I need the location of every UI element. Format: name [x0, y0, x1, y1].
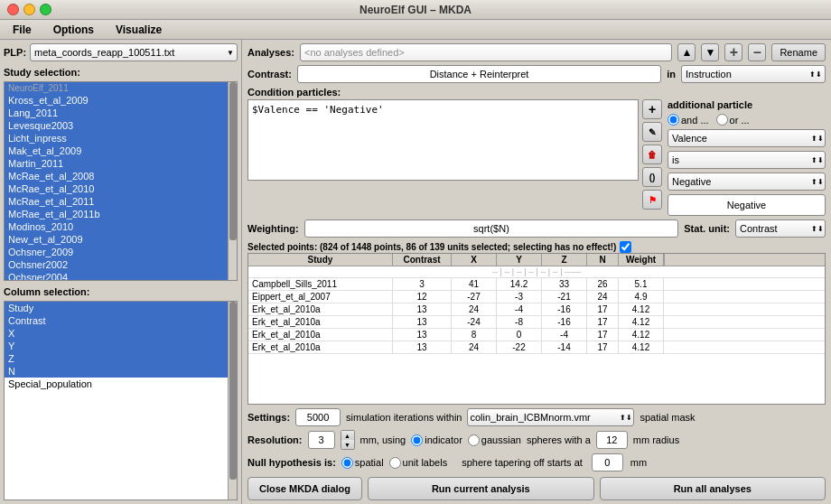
window-controls[interactable] — [7, 4, 51, 15]
remove-analysis-button[interactable]: – — [748, 43, 766, 61]
res-down-button[interactable]: ▼ — [341, 440, 354, 449]
list-item[interactable]: Study — [5, 302, 228, 314]
analyses-field[interactable] — [300, 43, 672, 61]
res-up-button[interactable]: ▲ — [341, 431, 354, 440]
bottom-buttons: Close MKDA dialog Run current analysis R… — [247, 477, 826, 500]
resolution-stepper[interactable]: ▲ ▼ — [341, 430, 355, 450]
maximize-button[interactable] — [40, 4, 51, 15]
menu-options[interactable]: Options — [48, 22, 99, 38]
rename-button[interactable]: Rename — [771, 43, 826, 61]
list-item[interactable]: Modinos_2010 — [5, 220, 228, 233]
table-row[interactable]: Eippert_et_al_2007 12 -27 -3 -21 24 4.9 — [248, 291, 825, 303]
close-dialog-button[interactable]: Close MKDA dialog — [247, 477, 362, 500]
list-item[interactable]: Ochsner2002 — [5, 258, 228, 271]
gaussian-radio[interactable] — [468, 434, 480, 446]
list-item[interactable]: Kross_et_al_2009 — [5, 94, 228, 107]
run-current-button[interactable]: Run current analysis — [368, 477, 593, 500]
spatial-radio[interactable] — [341, 457, 353, 469]
study-scrollbar-thumb[interactable] — [229, 82, 237, 240]
minimize-button[interactable] — [23, 4, 35, 15]
settings-input[interactable] — [295, 408, 341, 426]
data-table: Study Contrast X Y Z N Weight -- | -- | … — [247, 253, 826, 405]
analyses-row: Analyses: ▲ ▼ + – Rename — [247, 43, 826, 61]
list-item[interactable]: Z — [5, 352, 228, 365]
resolution-input[interactable] — [308, 431, 335, 449]
menu-file[interactable]: File — [7, 22, 37, 38]
list-item[interactable]: Mak_et_al_2009 — [5, 145, 228, 157]
table-scrollbar[interactable] — [664, 254, 673, 266]
valence-select[interactable]: Valence — [668, 129, 826, 147]
list-item[interactable]: X — [5, 327, 228, 340]
list-item[interactable]: McRae_et_al_2011b — [5, 208, 228, 220]
mm-radius-label: mm radius — [633, 434, 679, 445]
list-item[interactable]: Levesque2003 — [5, 119, 228, 132]
condition-textarea[interactable]: $Valence == 'Negative' — [247, 99, 639, 181]
delete-condition-button[interactable]: 🗑 — [642, 145, 662, 164]
table-body[interactable]: Campbell_Sills_2011 3 41 14.2 33 26 5.1 … — [248, 278, 825, 405]
list-item[interactable]: Y — [5, 340, 228, 352]
list-item[interactable]: Contrast — [5, 314, 228, 327]
additional-particle-panel: additional particle and ... or ... Valen… — [668, 99, 826, 216]
or-radio[interactable] — [716, 114, 728, 126]
or-radio-label[interactable]: or ... — [716, 114, 750, 126]
study-list-scrollbar[interactable] — [228, 82, 237, 280]
indicator-radio[interactable] — [411, 434, 423, 446]
radius-input[interactable] — [596, 431, 628, 449]
indicator-radio-label[interactable]: indicator — [411, 434, 462, 446]
analyses-up-icon[interactable]: ▲ — [677, 43, 696, 61]
list-item[interactable]: Lang_2011 — [5, 107, 228, 119]
spatial-radio-label[interactable]: spatial — [341, 457, 384, 469]
list-item[interactable]: N — [5, 365, 228, 378]
contrast-field[interactable] — [297, 65, 661, 83]
condition-section: Condition particles: $Valence == 'Negati… — [247, 87, 826, 216]
unit-labels-radio[interactable] — [389, 457, 401, 469]
table-row[interactable]: Erk_et_al_2010a 13 24 -22 -14 17 4.12 — [248, 341, 825, 354]
column-scrollbar[interactable] — [228, 302, 237, 499]
table-row[interactable]: Campbell_Sills_2011 3 41 14.2 33 26 5.1 — [248, 278, 825, 291]
instruction-select[interactable]: Instruction — [681, 65, 826, 83]
edit-condition-button[interactable]: ✎ — [642, 122, 662, 142]
vmr-select[interactable]: colin_brain_ICBMnorm.vmr — [467, 408, 634, 426]
column-list[interactable]: Study Contrast X Y Z N Special_populatio… — [5, 302, 228, 499]
table-row[interactable]: Erk_et_al_2010a 13 -24 -8 -16 17 4.12 — [248, 316, 825, 329]
gaussian-radio-label[interactable]: gaussian — [468, 434, 521, 446]
add-condition-button[interactable]: + — [642, 99, 662, 119]
list-item[interactable]: Martin_2011 — [5, 157, 228, 170]
negative-select[interactable]: Negative — [668, 173, 826, 191]
settings-text: simulation iterations within — [346, 412, 462, 423]
analyses-down-icon[interactable]: ▼ — [701, 43, 719, 61]
radio-row: and ... or ... — [668, 114, 826, 126]
list-item[interactable]: Special_population — [5, 378, 228, 390]
menubar: File Options Visualize — [0, 20, 831, 40]
list-item[interactable]: McRae_et_al_2010 — [5, 182, 228, 195]
and-radio[interactable] — [668, 114, 679, 126]
condition-buttons: + ✎ 🗑 () ⚑ — [642, 99, 662, 210]
flag-condition-button[interactable]: ⚑ — [642, 190, 662, 210]
weighting-field[interactable] — [304, 219, 679, 238]
study-list[interactable]: NeuroElf_2011 Kross_et_al_2009 Lang_2011… — [5, 82, 228, 280]
plp-select[interactable]: meta_coords_reapp_100511.txt — [30, 43, 238, 61]
unit-labels-radio-label[interactable]: unit labels — [389, 457, 448, 469]
is-select[interactable]: is — [668, 151, 826, 169]
list-item[interactable]: New_et_al_2009 — [5, 233, 228, 246]
list-item[interactable]: McRae_et_al_2011 — [5, 195, 228, 208]
selected-points-checkbox[interactable] — [620, 241, 631, 253]
list-item[interactable]: NeuroElf_2011 — [5, 82, 228, 94]
list-item[interactable]: McRae_et_al_2008 — [5, 170, 228, 182]
menu-visualize[interactable]: Visualize — [110, 22, 167, 38]
run-all-button[interactable]: Run all analyses — [600, 477, 826, 500]
table-row[interactable]: Erk_et_al_2010a 13 24 -4 -16 17 4.12 — [248, 303, 825, 316]
list-item[interactable]: Licht_inpress — [5, 132, 228, 145]
bracket-condition-button[interactable]: () — [642, 167, 662, 187]
selected-points-header: Selected points: (824 of 1448 points, 86… — [247, 241, 826, 253]
window-title: NeuroElf GUI – MKDA — [359, 4, 472, 16]
close-window-button[interactable] — [7, 4, 19, 15]
and-radio-label[interactable]: and ... — [668, 114, 709, 126]
taper-input[interactable] — [592, 453, 623, 471]
list-item[interactable]: Ochsner2004 — [5, 271, 228, 280]
stat-select[interactable]: Contrast — [735, 219, 826, 238]
add-analysis-button[interactable]: + — [724, 43, 742, 61]
column-scrollbar-thumb[interactable] — [229, 302, 237, 480]
table-row[interactable]: Erk_et_al_2010a 13 8 0 -4 17 4.12 — [248, 329, 825, 341]
list-item[interactable]: Ochsner_2009 — [5, 246, 228, 258]
